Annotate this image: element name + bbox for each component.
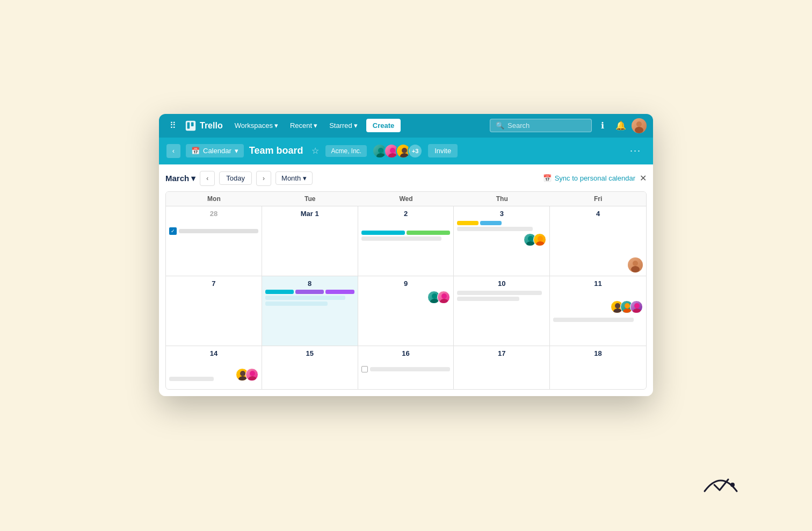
app-window: ⠿ Trello Workspaces ▾ Recent ▾ Starred ▾… — [159, 114, 653, 396]
date-10: 10 — [457, 279, 546, 288]
view-selector[interactable]: 📅 Calendar ▾ — [186, 144, 244, 157]
svg-point-10 — [400, 153, 409, 159]
cal-cell-wed2[interactable]: 2 — [358, 206, 454, 276]
sync-calendar-button[interactable]: 📅 Sync to personal calendar — [543, 174, 635, 182]
cal-cell-tue15[interactable]: 15 — [262, 346, 358, 389]
avatar-wed9-2[interactable] — [437, 291, 450, 304]
navbar: ⠿ Trello Workspaces ▾ Recent ▾ Starred ▾… — [159, 114, 653, 138]
svg-point-4 — [635, 127, 643, 133]
svg-point-25 — [634, 303, 640, 308]
date-4: 4 — [553, 210, 643, 218]
sidebar-toggle[interactable]: ‹ — [166, 144, 180, 158]
calendar-controls: March ▾ ‹ Today › Month ▾ 📅 Sync to pers… — [165, 171, 647, 186]
task-bar-fri11 — [553, 318, 634, 322]
cell-avatars-wed9 — [427, 291, 450, 304]
starred-menu[interactable]: Starred ▾ — [325, 119, 362, 132]
search-bar[interactable]: 🔍 — [490, 119, 592, 132]
task-bar-thu10 — [457, 291, 542, 295]
more-options-button[interactable]: ··· — [626, 143, 646, 159]
date-15: 15 — [265, 349, 354, 357]
cal-cell-thu10[interactable]: 10 — [454, 276, 550, 346]
date-8: 8 — [265, 279, 354, 288]
avatar-overflow-count[interactable]: +3 — [408, 143, 423, 159]
create-button[interactable]: Create — [366, 119, 401, 132]
cal-cell-fri11[interactable]: 11 — [550, 276, 646, 346]
task-bar-thu3 — [457, 227, 533, 231]
cal-cell-mon7[interactable]: 7 — [166, 276, 262, 346]
task-bar-wed2 — [361, 236, 441, 241]
day-header-wed: Wed — [358, 192, 454, 206]
cal-cell-thu3[interactable]: 3 — [454, 206, 550, 276]
cal-cell-tue1[interactable]: Mar 1 — [262, 206, 358, 276]
cal-cell-wed9[interactable]: 9 — [358, 276, 454, 346]
cal-cell-fri4[interactable]: 4 — [550, 206, 646, 276]
trello-logo: Trello — [185, 120, 223, 132]
recent-menu[interactable]: Recent ▾ — [286, 119, 322, 132]
cell-avatars-mon14 — [236, 368, 258, 381]
date-18: 18 — [553, 349, 643, 357]
cal-cell-fri18[interactable]: 18 — [550, 346, 646, 389]
cell-avatars-thu3 — [457, 233, 546, 246]
svg-rect-2 — [191, 122, 194, 126]
trello-logo-text: Trello — [200, 121, 223, 131]
svg-point-19 — [441, 293, 447, 299]
avatar-thu3-2[interactable] — [533, 233, 546, 246]
member-avatars: +3 — [372, 143, 423, 159]
next-month-button[interactable]: › — [256, 171, 271, 186]
avatar-fri4[interactable] — [628, 257, 643, 272]
month-nav: March ▾ — [165, 174, 195, 183]
notification-icon[interactable]: 🔔 — [613, 118, 628, 133]
prev-month-button[interactable]: ‹ — [200, 171, 215, 186]
search-input[interactable] — [508, 121, 586, 130]
board-title: Team board — [249, 145, 303, 156]
chip-cyan — [361, 231, 405, 235]
svg-point-16 — [631, 266, 640, 272]
close-calendar-button[interactable]: ✕ — [640, 173, 647, 183]
checkbox-wed16[interactable] — [361, 366, 368, 372]
cal-cell-mon28[interactable]: 28 ✓ — [166, 206, 262, 276]
month-view-button[interactable]: Month ▾ — [276, 171, 313, 185]
date-7: 7 — [169, 279, 258, 288]
avatar-mon14-2[interactable] — [245, 368, 258, 381]
info-icon[interactable]: ℹ — [595, 118, 610, 133]
svg-point-6 — [376, 153, 385, 159]
calendar-area: March ▾ ‹ Today › Month ▾ 📅 Sync to pers… — [159, 164, 653, 396]
invite-button[interactable]: Invite — [428, 144, 458, 157]
cal-cell-mon14[interactable]: 14 — [166, 346, 262, 389]
date-17: 17 — [457, 349, 546, 357]
task-bar2-tue8 — [265, 302, 328, 306]
svg-point-11 — [528, 236, 533, 241]
task-bar-1 — [179, 229, 258, 233]
workspaces-menu[interactable]: Workspaces ▾ — [230, 119, 282, 132]
svg-point-9 — [402, 148, 407, 153]
cal-cell-tue8[interactable]: 8 — [262, 276, 358, 346]
today-button[interactable]: Today — [219, 171, 252, 185]
day-header-thu: Thu — [454, 192, 550, 206]
chip-purple-8 — [295, 290, 324, 294]
task-row-tue8 — [265, 290, 354, 294]
user-avatar[interactable] — [632, 118, 647, 133]
svg-point-8 — [388, 153, 397, 159]
svg-point-27 — [240, 371, 245, 376]
day-header-mon: Mon — [166, 192, 262, 206]
date-3: 3 — [457, 210, 546, 218]
star-button[interactable]: ☆ — [310, 145, 320, 157]
svg-point-15 — [633, 261, 638, 266]
grid-icon[interactable]: ⠿ — [165, 118, 180, 133]
day-header-tue: Tue — [262, 192, 358, 206]
workspace-chip[interactable]: Acme, Inc. — [325, 145, 367, 157]
cal-cell-wed16[interactable]: 16 — [358, 346, 454, 389]
month-label[interactable]: March ▾ — [165, 174, 195, 183]
board-header: ‹ 📅 Calendar ▾ Team board ☆ Acme, Inc. +… — [159, 138, 653, 164]
date-16: 16 — [361, 349, 451, 357]
date-28: 28 — [169, 210, 258, 218]
chip-cyan-8 — [265, 290, 294, 294]
svg-point-5 — [378, 148, 383, 153]
cell-avatars-fri11 — [611, 300, 643, 313]
chip-yellow — [457, 221, 479, 225]
search-icon: 🔍 — [496, 121, 504, 130]
cal-cell-thu17[interactable]: 17 — [454, 346, 550, 389]
svg-rect-1 — [187, 122, 190, 128]
svg-point-26 — [633, 308, 641, 313]
avatar-fri11-3[interactable] — [630, 300, 643, 313]
